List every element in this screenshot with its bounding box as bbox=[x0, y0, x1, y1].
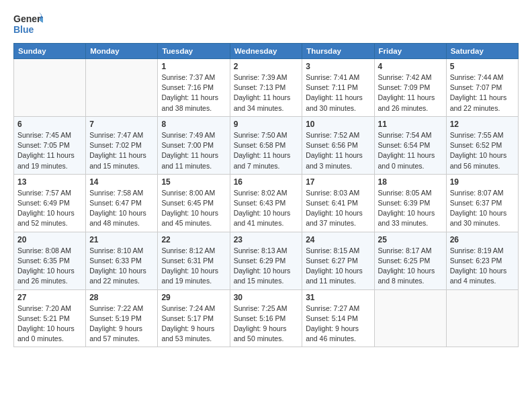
day-info: Sunrise: 8:07 AMSunset: 6:37 PMDaylight:… bbox=[450, 188, 515, 229]
day-number: 30 bbox=[234, 293, 299, 302]
calendar-day-cell: 31Sunrise: 7:27 AMSunset: 5:14 PMDayligh… bbox=[302, 289, 374, 347]
day-number: 2 bbox=[234, 62, 299, 71]
day-of-week-header: Saturday bbox=[446, 44, 518, 59]
svg-text:Blue: Blue bbox=[13, 24, 34, 35]
calendar-day-cell: 4Sunrise: 7:42 AMSunset: 7:09 PMDaylight… bbox=[374, 59, 446, 117]
calendar-day-cell: 14Sunrise: 7:58 AMSunset: 6:47 PMDayligh… bbox=[86, 174, 158, 232]
calendar-day-cell: 13Sunrise: 7:57 AMSunset: 6:49 PMDayligh… bbox=[14, 174, 86, 232]
calendar-day-cell: 22Sunrise: 8:12 AMSunset: 6:31 PMDayligh… bbox=[158, 232, 230, 289]
calendar-day-cell: 17Sunrise: 8:03 AMSunset: 6:41 PMDayligh… bbox=[302, 174, 374, 232]
calendar-day-cell: 27Sunrise: 7:20 AMSunset: 5:21 PMDayligh… bbox=[14, 289, 86, 347]
day-number: 20 bbox=[17, 235, 82, 244]
calendar-day-cell: 19Sunrise: 8:07 AMSunset: 6:37 PMDayligh… bbox=[446, 174, 518, 232]
day-info: Sunrise: 7:50 AMSunset: 6:58 PMDaylight:… bbox=[234, 130, 299, 171]
day-number: 26 bbox=[450, 235, 515, 244]
calendar-day-cell: 28Sunrise: 7:22 AMSunset: 5:19 PMDayligh… bbox=[86, 289, 158, 347]
day-of-week-header: Thursday bbox=[302, 44, 374, 59]
day-number: 7 bbox=[89, 120, 154, 129]
calendar-day-cell: 8Sunrise: 7:49 AMSunset: 7:00 PMDaylight… bbox=[158, 116, 230, 174]
day-number: 29 bbox=[161, 293, 226, 302]
calendar-week-row: 20Sunrise: 8:08 AMSunset: 6:35 PMDayligh… bbox=[14, 232, 519, 289]
calendar-day-cell: 1Sunrise: 7:37 AMSunset: 7:16 PMDaylight… bbox=[158, 59, 230, 117]
day-of-week-header: Tuesday bbox=[158, 44, 230, 59]
calendar-day-cell: 26Sunrise: 8:19 AMSunset: 6:23 PMDayligh… bbox=[446, 232, 518, 289]
day-number: 18 bbox=[378, 177, 443, 187]
calendar-day-cell: 21Sunrise: 8:10 AMSunset: 6:33 PMDayligh… bbox=[86, 232, 158, 289]
day-of-week-header: Wednesday bbox=[230, 44, 302, 59]
day-number: 12 bbox=[450, 120, 515, 129]
calendar-day-cell: 6Sunrise: 7:45 AMSunset: 7:05 PMDaylight… bbox=[14, 116, 86, 174]
svg-text:General: General bbox=[13, 13, 43, 24]
day-info: Sunrise: 8:19 AMSunset: 6:23 PMDaylight:… bbox=[450, 246, 515, 287]
day-info: Sunrise: 7:49 AMSunset: 7:00 PMDaylight:… bbox=[161, 130, 226, 171]
day-number: 13 bbox=[17, 177, 82, 187]
day-info: Sunrise: 7:37 AMSunset: 7:16 PMDaylight:… bbox=[161, 73, 226, 113]
calendar-day-cell: 10Sunrise: 7:52 AMSunset: 6:56 PMDayligh… bbox=[302, 116, 374, 174]
day-info: Sunrise: 7:58 AMSunset: 6:47 PMDaylight:… bbox=[89, 188, 154, 229]
calendar-day-cell: 30Sunrise: 7:25 AMSunset: 5:16 PMDayligh… bbox=[230, 289, 302, 347]
day-number: 31 bbox=[306, 293, 370, 302]
calendar-day-cell: 12Sunrise: 7:55 AMSunset: 6:52 PMDayligh… bbox=[446, 116, 518, 174]
day-info: Sunrise: 8:02 AMSunset: 6:43 PMDaylight:… bbox=[234, 188, 299, 229]
calendar-day-cell bbox=[14, 59, 86, 117]
day-number: 4 bbox=[378, 62, 443, 71]
calendar-day-cell: 29Sunrise: 7:24 AMSunset: 5:17 PMDayligh… bbox=[158, 289, 230, 347]
day-info: Sunrise: 8:12 AMSunset: 6:31 PMDaylight:… bbox=[161, 246, 226, 287]
day-info: Sunrise: 7:41 AMSunset: 7:11 PMDaylight:… bbox=[306, 73, 370, 113]
day-info: Sunrise: 7:24 AMSunset: 5:17 PMDaylight:… bbox=[161, 304, 226, 345]
day-info: Sunrise: 7:20 AMSunset: 5:21 PMDaylight:… bbox=[17, 304, 82, 345]
calendar-day-cell: 15Sunrise: 8:00 AMSunset: 6:45 PMDayligh… bbox=[158, 174, 230, 232]
day-number: 9 bbox=[234, 120, 299, 129]
day-info: Sunrise: 7:52 AMSunset: 6:56 PMDaylight:… bbox=[306, 130, 370, 171]
header: General Blue bbox=[13, 11, 519, 38]
day-number: 21 bbox=[89, 235, 154, 244]
calendar-day-cell: 9Sunrise: 7:50 AMSunset: 6:58 PMDaylight… bbox=[230, 116, 302, 174]
calendar-day-cell: 3Sunrise: 7:41 AMSunset: 7:11 PMDaylight… bbox=[302, 59, 374, 117]
day-number: 6 bbox=[17, 120, 82, 129]
day-number: 24 bbox=[306, 235, 370, 244]
calendar-day-cell: 25Sunrise: 8:17 AMSunset: 6:25 PMDayligh… bbox=[374, 232, 446, 289]
calendar-day-cell: 16Sunrise: 8:02 AMSunset: 6:43 PMDayligh… bbox=[230, 174, 302, 232]
day-info: Sunrise: 7:57 AMSunset: 6:49 PMDaylight:… bbox=[17, 188, 82, 229]
day-number: 17 bbox=[306, 177, 370, 187]
calendar-day-cell: 11Sunrise: 7:54 AMSunset: 6:54 PMDayligh… bbox=[374, 116, 446, 174]
day-of-week-header: Friday bbox=[374, 44, 446, 59]
day-info: Sunrise: 7:55 AMSunset: 6:52 PMDaylight:… bbox=[450, 130, 515, 171]
day-number: 25 bbox=[378, 235, 443, 244]
calendar-day-cell bbox=[374, 289, 446, 347]
calendar-day-cell: 24Sunrise: 8:15 AMSunset: 6:27 PMDayligh… bbox=[302, 232, 374, 289]
day-number: 23 bbox=[234, 235, 299, 244]
calendar-week-row: 13Sunrise: 7:57 AMSunset: 6:49 PMDayligh… bbox=[14, 174, 519, 232]
day-info: Sunrise: 8:05 AMSunset: 6:39 PMDaylight:… bbox=[378, 188, 443, 229]
page: General Blue SundayMondayTuesdayWednesda… bbox=[0, 0, 532, 354]
day-info: Sunrise: 7:47 AMSunset: 7:02 PMDaylight:… bbox=[89, 130, 154, 171]
calendar-day-cell bbox=[86, 59, 158, 117]
day-number: 14 bbox=[89, 177, 154, 187]
calendar-table: SundayMondayTuesdayWednesdayThursdayFrid… bbox=[13, 43, 519, 347]
day-info: Sunrise: 7:44 AMSunset: 7:07 PMDaylight:… bbox=[450, 73, 515, 113]
calendar-week-row: 1Sunrise: 7:37 AMSunset: 7:16 PMDaylight… bbox=[14, 59, 519, 117]
day-info: Sunrise: 8:13 AMSunset: 6:29 PMDaylight:… bbox=[234, 246, 299, 287]
day-info: Sunrise: 7:42 AMSunset: 7:09 PMDaylight:… bbox=[378, 73, 443, 113]
logo: General Blue bbox=[13, 11, 43, 38]
day-number: 27 bbox=[17, 293, 82, 302]
day-info: Sunrise: 7:39 AMSunset: 7:13 PMDaylight:… bbox=[234, 73, 299, 113]
calendar-day-cell: 7Sunrise: 7:47 AMSunset: 7:02 PMDaylight… bbox=[86, 116, 158, 174]
day-info: Sunrise: 7:45 AMSunset: 7:05 PMDaylight:… bbox=[17, 130, 82, 171]
day-number: 3 bbox=[306, 62, 370, 71]
day-info: Sunrise: 8:00 AMSunset: 6:45 PMDaylight:… bbox=[161, 188, 226, 229]
day-number: 19 bbox=[450, 177, 515, 187]
day-info: Sunrise: 8:15 AMSunset: 6:27 PMDaylight:… bbox=[306, 246, 370, 287]
day-info: Sunrise: 8:10 AMSunset: 6:33 PMDaylight:… bbox=[89, 246, 154, 287]
day-info: Sunrise: 7:54 AMSunset: 6:54 PMDaylight:… bbox=[378, 130, 443, 171]
day-info: Sunrise: 7:25 AMSunset: 5:16 PMDaylight:… bbox=[234, 304, 299, 345]
day-info: Sunrise: 8:08 AMSunset: 6:35 PMDaylight:… bbox=[17, 246, 82, 287]
day-number: 1 bbox=[161, 62, 226, 71]
day-number: 22 bbox=[161, 235, 226, 244]
day-info: Sunrise: 8:17 AMSunset: 6:25 PMDaylight:… bbox=[378, 246, 443, 287]
day-number: 11 bbox=[378, 120, 443, 129]
calendar-day-cell: 20Sunrise: 8:08 AMSunset: 6:35 PMDayligh… bbox=[14, 232, 86, 289]
day-info: Sunrise: 7:27 AMSunset: 5:14 PMDaylight:… bbox=[306, 304, 370, 345]
logo-bird-icon: General Blue bbox=[13, 11, 43, 38]
day-of-week-header: Sunday bbox=[14, 44, 86, 59]
